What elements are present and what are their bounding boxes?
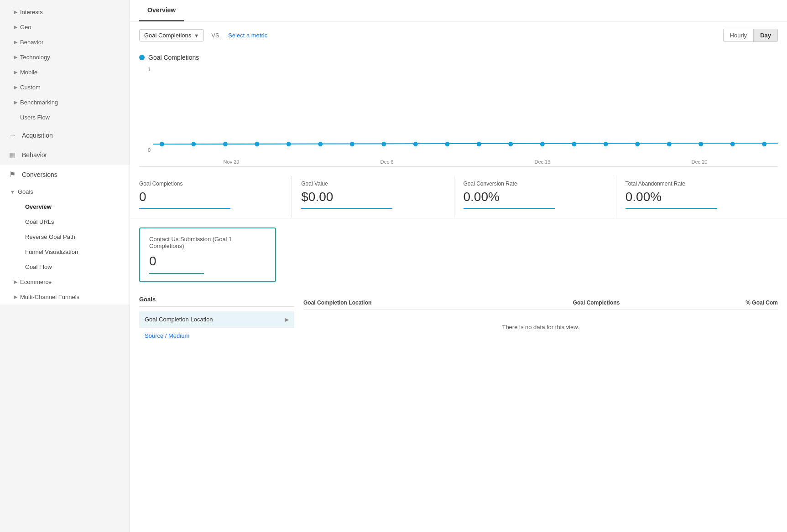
metric-underline <box>139 208 230 209</box>
table-col-completions: Goal Completions <box>462 300 620 306</box>
y-label-1: 1 <box>148 67 151 72</box>
svg-point-1 <box>160 142 164 147</box>
sidebar-category-conversions[interactable]: ⚑ Conversions <box>0 165 130 184</box>
chart-x-labels: Nov 29 Dec 6 Dec 13 Dec 20 <box>153 154 778 166</box>
svg-point-14 <box>572 142 576 147</box>
chart-svg <box>153 67 778 153</box>
metric-card-goal-value: Goal Value $0.00 <box>301 176 454 218</box>
x-label-nov29: Nov 29 <box>224 159 240 165</box>
sidebar-item-goals[interactable]: ▼ Goals <box>0 184 130 199</box>
day-button[interactable]: Day <box>754 29 777 41</box>
legend-label: Goal Completions <box>148 54 199 61</box>
vs-label: VS. <box>211 32 221 39</box>
table-col-pct-goal: % Goal Com <box>620 300 778 306</box>
sidebar-item-overview[interactable]: Overview <box>0 199 130 214</box>
category-label: Acquisition <box>22 132 53 139</box>
sidebar-item-goal-urls[interactable]: Goal URLs <box>0 214 130 229</box>
svg-point-16 <box>635 142 640 147</box>
metric-dropdown[interactable]: Goal Completions ▼ <box>139 29 204 41</box>
sidebar-item-mobile[interactable]: ▶ Mobile <box>0 65 130 80</box>
svg-point-3 <box>223 142 228 147</box>
legend-dot <box>139 55 145 60</box>
svg-point-11 <box>477 142 481 147</box>
conversions-icon: ⚑ <box>7 170 17 179</box>
svg-point-12 <box>508 142 513 147</box>
sidebar-item-label: Multi-Channel Funnels <box>20 294 79 300</box>
category-label: Behavior <box>22 151 47 159</box>
metric-title: Total Abandonment Rate <box>625 181 769 187</box>
svg-line-0 <box>153 143 778 144</box>
goals-right-header: Goal Completion Location Goal Completion… <box>303 296 778 310</box>
sidebar-category-acquisition[interactable]: → Acquisition <box>0 125 130 145</box>
arrow-icon: ▶ <box>14 54 17 60</box>
chart-y-labels: 1 0 <box>139 67 153 153</box>
sidebar-item-multi-channel[interactable]: ▶ Multi-Channel Funnels <box>0 289 130 305</box>
arrow-icon: ▶ <box>14 69 17 75</box>
arrow-icon: ▶ <box>14 24 17 30</box>
select-metric-link[interactable]: Select a metric <box>228 32 267 39</box>
x-label-dec20: Dec 20 <box>692 159 708 165</box>
sidebar-item-label: Geo <box>20 24 31 31</box>
chevron-right-icon: ▶ <box>285 316 289 323</box>
metric-underline <box>301 208 392 209</box>
svg-point-20 <box>762 142 766 147</box>
sidebar-item-label: Custom <box>20 84 41 91</box>
sidebar-item-label: Goal Flow <box>25 263 52 270</box>
goals-left: Goals Goal Completion Location ▶ Source … <box>139 296 294 344</box>
hourly-button[interactable]: Hourly <box>724 29 754 41</box>
svg-point-5 <box>287 142 291 147</box>
source-medium-link[interactable]: Source / Medium <box>139 328 294 344</box>
sidebar-category-behavior[interactable]: ▦ Behavior <box>0 145 130 165</box>
arrow-icon: ▶ <box>14 39 17 45</box>
sidebar: ▶ Interests ▶ Geo ▶ Behavior ▶ Technolog… <box>0 0 130 532</box>
metric-card-total-abandonment-rate: Total Abandonment Rate 0.00% <box>625 176 778 218</box>
main-content: Overview Goal Completions ▼ VS. Select a… <box>130 0 787 532</box>
metric-title: Goal Completions <box>139 181 282 187</box>
svg-point-7 <box>350 142 354 147</box>
metric-card-goal-conversion-rate: Goal Conversion Rate 0.00% <box>464 176 616 218</box>
metric-card-goal-completions: Goal Completions 0 <box>139 176 292 218</box>
metric-underline <box>464 208 555 209</box>
svg-point-19 <box>730 142 735 147</box>
goals-title: Goals <box>139 296 294 307</box>
table-col-location: Goal Completion Location <box>303 300 462 306</box>
sidebar-item-label: Behavior <box>20 39 43 46</box>
metrics-row: Goal Completions 0 Goal Value $0.00 Goal… <box>130 167 787 218</box>
sidebar-item-label: Goals <box>18 188 33 195</box>
sidebar-item-reverse-goal-path[interactable]: Reverse Goal Path <box>0 229 130 244</box>
goals-list-item-goal-completion-location[interactable]: Goal Completion Location ▶ <box>139 311 294 328</box>
sidebar-item-behavior[interactable]: ▶ Behavior <box>0 35 130 50</box>
card-underline <box>149 273 204 274</box>
svg-point-8 <box>381 142 386 147</box>
controls-row: Goal Completions ▼ VS. Select a metric H… <box>130 21 787 49</box>
metric-value: 0.00% <box>464 190 607 204</box>
metric-dropdown-label: Goal Completions <box>144 32 191 39</box>
sidebar-item-label: Interests <box>20 9 43 15</box>
svg-point-6 <box>318 142 323 147</box>
sidebar-item-users-flow[interactable]: Users Flow <box>0 110 130 125</box>
svg-point-17 <box>667 142 672 147</box>
controls-left: Goal Completions ▼ VS. Select a metric <box>139 29 267 41</box>
sidebar-item-label: Overview <box>25 203 52 210</box>
svg-point-2 <box>191 142 196 147</box>
sidebar-item-ecommerce[interactable]: ▶ Ecommerce <box>0 274 130 289</box>
sidebar-item-interests[interactable]: ▶ Interests <box>0 5 130 20</box>
no-data-text: There is no data for this view. <box>502 324 579 331</box>
arrow-icon: ▶ <box>14 294 17 300</box>
sidebar-item-goal-flow[interactable]: Goal Flow <box>0 259 130 274</box>
tab-overview[interactable]: Overview <box>139 0 184 21</box>
sidebar-item-benchmarking[interactable]: ▶ Benchmarking <box>0 95 130 110</box>
arrow-down-icon: ▼ <box>10 189 15 195</box>
sidebar-item-label: Funnel Visualization <box>25 248 78 255</box>
svg-point-4 <box>255 142 259 147</box>
arrow-icon: ▶ <box>14 99 17 105</box>
svg-point-13 <box>540 142 545 147</box>
sidebar-item-geo[interactable]: ▶ Geo <box>0 20 130 35</box>
metric-value: $0.00 <box>301 190 444 204</box>
sidebar-item-funnel-visualization[interactable]: Funnel Visualization <box>0 244 130 259</box>
x-label-dec6: Dec 6 <box>380 159 394 165</box>
sidebar-item-technology[interactable]: ▶ Technology <box>0 50 130 65</box>
sidebar-item-custom[interactable]: ▶ Custom <box>0 80 130 95</box>
goals-section: Goals Goal Completion Location ▶ Source … <box>130 291 787 353</box>
tab-bar: Overview <box>130 0 787 21</box>
